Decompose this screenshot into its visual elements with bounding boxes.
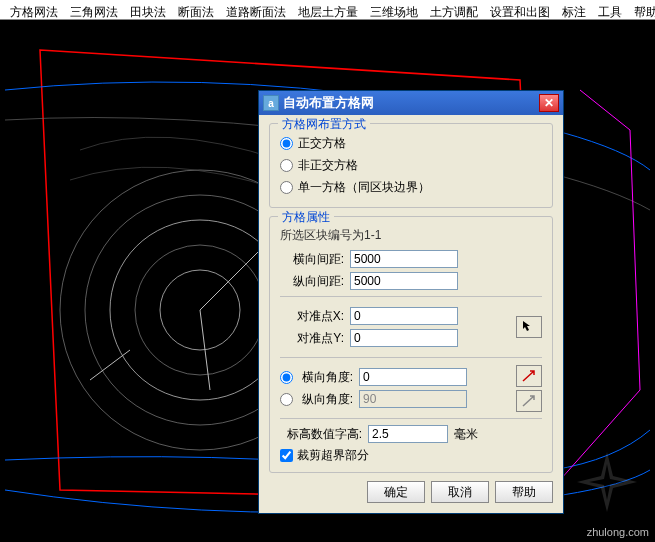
cancel-button[interactable]: 取消 (431, 481, 489, 503)
arrow-icon (522, 394, 536, 408)
radio-label: 单一方格（同区块边界） (298, 179, 430, 196)
input-hspacing[interactable] (350, 250, 458, 268)
input-hangle[interactable] (359, 368, 467, 386)
group-layout-mode: 方格网布置方式 正交方格 非正交方格 单一方格（同区块边界） (269, 123, 553, 208)
group-title: 方格网布置方式 (278, 116, 370, 133)
label-align-x: 对准点X: (280, 308, 344, 325)
label-hspacing: 横向间距: (280, 251, 344, 268)
titlebar[interactable]: a 自动布置方格网 ✕ (259, 91, 563, 115)
dialog-auto-grid: a 自动布置方格网 ✕ 方格网布置方式 正交方格 非正交方格 单一方格（同区块边… (258, 90, 564, 514)
help-button[interactable]: 帮助 (495, 481, 553, 503)
radio-single[interactable] (280, 181, 293, 194)
input-text-height[interactable] (368, 425, 448, 443)
radio-hangle[interactable] (280, 371, 293, 384)
menu-item[interactable]: 三角网法 (64, 2, 124, 17)
menu-item[interactable]: 工具 (592, 2, 628, 17)
pick-point-button[interactable] (516, 316, 542, 338)
label-align-y: 对准点Y: (280, 330, 344, 347)
cursor-icon (522, 320, 536, 334)
pick-hangle-button[interactable] (516, 365, 542, 387)
menu-item[interactable]: 田块法 (124, 2, 172, 17)
app-icon: a (263, 95, 279, 111)
block-info: 所选区块编号为1-1 (280, 227, 542, 244)
menu-item[interactable]: 地层土方量 (292, 2, 364, 17)
menu-item[interactable]: 道路断面法 (220, 2, 292, 17)
svg-marker-6 (589, 464, 625, 500)
radio-label: 非正交方格 (298, 157, 358, 174)
ok-button[interactable]: 确定 (367, 481, 425, 503)
menubar: 方格网法 三角网法 田块法 断面法 道路断面法 地层土方量 三维场地 土方调配 … (0, 0, 655, 20)
group-title: 方格属性 (278, 209, 334, 226)
input-align-y[interactable] (350, 329, 458, 347)
menu-item[interactable]: 设置和出图 (484, 2, 556, 17)
pick-vangle-button[interactable] (516, 390, 542, 412)
radio-vangle[interactable] (280, 393, 293, 406)
label-vspacing: 纵向间距: (280, 273, 344, 290)
menu-item[interactable]: 土方调配 (424, 2, 484, 17)
label-text-height: 标高数值字高: (280, 426, 362, 443)
label-hangle: 横向角度: (297, 369, 353, 386)
checkbox-clip[interactable] (280, 449, 293, 462)
label-vangle: 纵向角度: (297, 391, 353, 408)
group-grid-props: 方格属性 所选区块编号为1-1 横向间距: 纵向间距: 对准点X: 对准 (269, 216, 553, 473)
menu-item[interactable]: 标注 (556, 2, 592, 17)
input-vangle (359, 390, 467, 408)
close-icon[interactable]: ✕ (539, 94, 559, 112)
menu-item[interactable]: 帮助 (628, 2, 655, 17)
menu-item[interactable]: 断面法 (172, 2, 220, 17)
radio-orthogonal[interactable] (280, 137, 293, 150)
arrow-icon (522, 369, 536, 383)
input-align-x[interactable] (350, 307, 458, 325)
radio-nonorthogonal[interactable] (280, 159, 293, 172)
watermark-text: zhulong.com (587, 526, 649, 538)
dialog-title: 自动布置方格网 (283, 94, 539, 112)
checkbox-label: 裁剪超界部分 (297, 447, 369, 464)
input-vspacing[interactable] (350, 272, 458, 290)
radio-label: 正交方格 (298, 135, 346, 152)
menu-item[interactable]: 三维场地 (364, 2, 424, 17)
watermark-star-icon (577, 452, 637, 512)
unit-label: 毫米 (454, 426, 478, 443)
menu-item[interactable]: 方格网法 (4, 2, 64, 17)
